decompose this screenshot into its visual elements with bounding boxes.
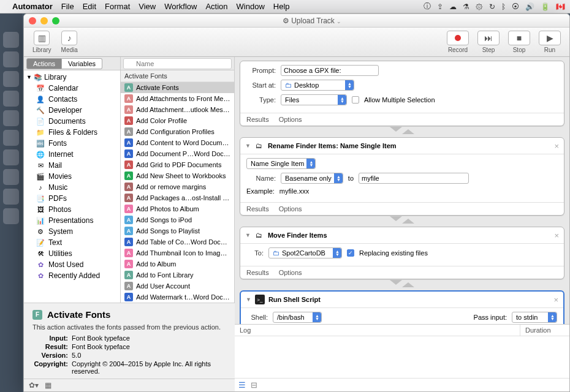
- rename-mode-popup[interactable]: Name Single Item▲▼: [246, 158, 316, 169]
- library-smart-item[interactable]: ✿Most Used: [24, 259, 120, 270]
- action-item[interactable]: AAdd Document P…Word Documents: [121, 148, 234, 159]
- library-item[interactable]: 🛠Utilities: [24, 248, 120, 259]
- record-button[interactable]: Record: [443, 29, 473, 55]
- action-item[interactable]: AAdd New Sheet to Workbooks: [121, 170, 234, 181]
- library-item[interactable]: 📅Calendar: [24, 83, 120, 94]
- library-item[interactable]: 📑PDFs: [24, 193, 120, 204]
- menu-edit[interactable]: Edit: [83, 2, 96, 11]
- library-item[interactable]: ✉Mail: [24, 160, 120, 171]
- cloud-icon[interactable]: ☁: [449, 2, 457, 11]
- allow-multiple-checkbox[interactable]: [352, 96, 359, 104]
- action-item[interactable]: AAdd Watermark t…Word Documents: [121, 292, 234, 303]
- zoom-button[interactable]: [52, 17, 59, 24]
- variables-tab[interactable]: Variables: [62, 58, 102, 69]
- action-item[interactable]: AAdd Thumbnail Icon to Image Files: [121, 247, 234, 258]
- action-item[interactable]: AAdd Grid to PDF Documents: [121, 159, 234, 170]
- replace-checkbox[interactable]: ✓: [347, 249, 354, 257]
- dropbox-icon[interactable]: ⇪: [437, 2, 443, 11]
- library-item[interactable]: 🌐Internet: [24, 149, 120, 160]
- step-button[interactable]: ⏭ Step: [474, 29, 503, 55]
- dock-item[interactable]: [3, 130, 19, 146]
- action-item[interactable]: AAdd to Album: [121, 258, 234, 270]
- library-item[interactable]: 🖼Photos: [24, 204, 120, 215]
- dock-item[interactable]: [3, 32, 19, 48]
- menu-window[interactable]: Window: [237, 2, 265, 11]
- options-button[interactable]: Options: [279, 269, 302, 276]
- action-run-shell-script[interactable]: ▼>_Run Shell Script× Shell: /bin/bash▲▼ …: [240, 290, 564, 324]
- library-item[interactable]: 📁Files & Folders: [24, 127, 120, 138]
- library-item[interactable]: 🔨Developer: [24, 105, 120, 116]
- startat-popup[interactable]: 🗀Desktop▲▼: [281, 80, 354, 91]
- action-item[interactable]: AAdd Photos to Album: [121, 203, 234, 214]
- library-item[interactable]: 📄Documents: [24, 116, 120, 127]
- disclosure-icon[interactable]: ▼: [245, 232, 251, 238]
- action-item[interactable]: AAdd Content to Word Documents: [121, 137, 234, 148]
- action-item[interactable]: AAdd Packages a…ost-Install Scripts: [121, 192, 234, 203]
- action-item[interactable]: AAdd Songs to iPod: [121, 214, 234, 225]
- menu-view[interactable]: View: [139, 2, 156, 11]
- close-icon[interactable]: ×: [554, 231, 559, 240]
- shell-popup[interactable]: /bin/bash▲▼: [273, 312, 322, 323]
- dock-item[interactable]: [3, 169, 19, 185]
- log-column-header[interactable]: Log: [235, 325, 520, 336]
- action-item[interactable]: AAdd or remove margins: [121, 181, 234, 192]
- flask-icon[interactable]: ⚗: [463, 2, 469, 11]
- menu-format[interactable]: Format: [105, 2, 130, 11]
- duration-column-header[interactable]: Duration: [520, 325, 569, 336]
- library-item[interactable]: 📊Presentations: [24, 215, 120, 226]
- action-item[interactable]: AAdd User Account: [121, 281, 234, 292]
- flag-icon[interactable]: 🇨🇦: [556, 2, 565, 11]
- action-item[interactable]: AAdd to Font Library: [121, 270, 234, 281]
- menu-help[interactable]: Help: [273, 2, 290, 11]
- bluetooth-icon[interactable]: ᛒ: [501, 2, 506, 11]
- destination-popup[interactable]: 🗀Spot2CartoDB▲▼: [268, 247, 342, 258]
- action-rename-finder-items[interactable]: ▼🗂Rename Finder Items: Name Single Item×…: [240, 137, 564, 216]
- menu-file[interactable]: File: [61, 2, 74, 11]
- disclosure-icon[interactable]: ▼: [245, 143, 251, 149]
- action-move-finder-items[interactable]: ▼🗂Move Finder Items× To:🗀Spot2CartoDB▲▼✓…: [240, 227, 564, 279]
- disclosure-icon[interactable]: ▼: [246, 296, 251, 303]
- search-input[interactable]: [123, 58, 232, 69]
- type-popup[interactable]: Files▲▼: [281, 94, 347, 105]
- close-button[interactable]: [29, 17, 36, 24]
- action-item[interactable]: AAdd Attachments to Front Message: [121, 93, 234, 104]
- results-button[interactable]: Results: [246, 116, 269, 123]
- dock-item[interactable]: [3, 110, 19, 126]
- battery-icon[interactable]: 🔋: [541, 2, 550, 11]
- volume-icon[interactable]: 🔊: [525, 2, 534, 11]
- dock-item[interactable]: [3, 208, 19, 224]
- name-field[interactable]: [359, 173, 469, 184]
- app-name[interactable]: Automator: [12, 2, 53, 11]
- status-icon[interactable]: ⓘ: [424, 1, 431, 12]
- log-alt-view-icon[interactable]: ⊟: [251, 380, 257, 390]
- library-item[interactable]: 👤Contacts: [24, 94, 120, 105]
- run-button[interactable]: ▶ Run: [535, 29, 564, 55]
- action-item[interactable]: AAdd Songs to Playlist: [121, 225, 234, 236]
- library-item[interactable]: ♪Music: [24, 182, 120, 193]
- menu-workflow[interactable]: Workflow: [164, 2, 197, 11]
- workflow-canvas[interactable]: Prompt: Start at:🗀Desktop▲▼ Type:Files▲▼…: [235, 57, 569, 324]
- action-ask-for-finder-items[interactable]: Prompt: Start at:🗀Desktop▲▼ Type:Files▲▼…: [240, 61, 564, 126]
- window-titlebar[interactable]: ⚙︎ Upload Track ⌄: [24, 14, 569, 28]
- options-button[interactable]: Options: [279, 116, 302, 123]
- actions-tab[interactable]: Actions: [26, 58, 62, 69]
- menu-action[interactable]: Action: [205, 2, 227, 11]
- results-button[interactable]: Results: [246, 205, 269, 213]
- minimize-button[interactable]: [40, 17, 48, 24]
- wifi-icon[interactable]: ⦿: [512, 2, 519, 11]
- library-item[interactable]: 🎬Movies: [24, 171, 120, 182]
- gear-icon[interactable]: ۞: [476, 2, 483, 11]
- action-item[interactable]: AAdd Table of Co…Word Documents: [121, 236, 234, 247]
- library-toggle-button[interactable]: ▥ Library: [29, 29, 55, 55]
- log-view-icon[interactable]: ☰: [238, 380, 246, 390]
- stop-button[interactable]: ■ Stop: [504, 29, 534, 55]
- prompt-field[interactable]: [281, 65, 379, 76]
- library-item[interactable]: 📝Text: [24, 237, 120, 248]
- action-item[interactable]: AAdd Attachment…utlook Messages: [121, 104, 234, 115]
- options-button[interactable]: Options: [279, 205, 302, 213]
- library-list[interactable]: ▼📚Library 📅Calendar👤Contacts🔨Developer📄D…: [24, 70, 120, 303]
- library-smart-item[interactable]: ✿Recently Added: [24, 270, 120, 281]
- results-button[interactable]: Results: [246, 269, 269, 276]
- sync-icon[interactable]: ↻: [489, 2, 495, 11]
- media-button[interactable]: ♪ Media: [58, 29, 82, 55]
